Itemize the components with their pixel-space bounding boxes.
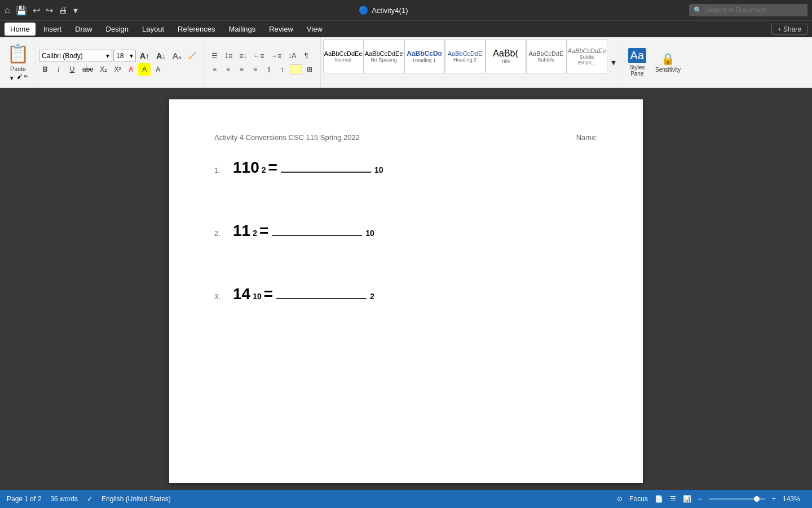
menu-mailings[interactable]: Mailings [223, 23, 262, 36]
align-right[interactable]: ≡ [236, 63, 248, 76]
zoom-in-button[interactable]: + [772, 495, 776, 503]
highlight-color-button[interactable]: A [138, 63, 151, 76]
bullets-button[interactable]: ☰ [209, 50, 221, 62]
font-name-selector[interactable]: Calibri (Body) ▾ [39, 50, 112, 62]
q1-content: 1102 = 10 [233, 159, 383, 177]
superscript-button[interactable]: X² [111, 63, 123, 76]
q3-equals: = [264, 285, 273, 303]
sort-button[interactable]: ↕A [285, 50, 299, 62]
undo-icon[interactable]: ↩ [33, 5, 40, 16]
italic-button[interactable]: I [52, 63, 65, 76]
q3-content: 1410 = 2 [233, 285, 374, 303]
align-center[interactable]: ≡ [222, 63, 235, 76]
font-size-dropdown-icon[interactable]: ▾ [130, 52, 133, 60]
columns[interactable]: ⫿ [263, 63, 275, 76]
focus-label[interactable]: Focus [629, 495, 648, 503]
align-left[interactable]: ≡ [209, 63, 221, 76]
status-bar: Page 1 of 2 36 words ✓ English (United S… [0, 490, 812, 508]
paste-icon: 📋 [7, 43, 29, 64]
paste-group[interactable]: 📋 Paste ▾ 🖌 ✏ [2, 37, 34, 88]
multilevel-list[interactable]: ≡↕ [236, 50, 249, 62]
subscript-button[interactable]: X₂ [97, 63, 110, 76]
line-spacing[interactable]: ↕ [276, 63, 289, 76]
view-mode-icon1[interactable]: 📄 [655, 495, 663, 503]
doc-header-left: Activity 4 Conversions CSC 115 Spring 20… [214, 133, 360, 142]
share-button[interactable]: + Share [771, 24, 807, 35]
window-controls[interactable]: ⌂ 💾 ↩ ↪ 🖨 ▾ [5, 5, 78, 16]
view-mode-icon2[interactable]: ☰ [670, 495, 676, 503]
menu-draw[interactable]: Draw [69, 23, 98, 36]
title-bar: ⌂ 💾 ↩ ↪ 🖨 ▾ 🔵Activity4(1) 🔍 [0, 0, 812, 20]
clear-formatting[interactable]: 🧹 [185, 50, 199, 62]
justify[interactable]: ≡ [249, 63, 262, 76]
zoom-slider[interactable] [709, 498, 765, 500]
statusbar-right: ⊙ Focus 📄 ☰ 📊 − + 143% [617, 495, 805, 503]
menu-design[interactable]: Design [100, 23, 134, 36]
menu-bar: Home Insert Draw Design Layout Reference… [0, 20, 812, 37]
style-heading1[interactable]: AaBbCcDo Heading 1 [404, 40, 445, 73]
style-subtitle[interactable]: AaBbCcDdE Subtitle [526, 40, 567, 73]
q3-answer-line[interactable] [276, 298, 367, 299]
q1-main: 110 [233, 159, 259, 177]
q2-number: 2. [214, 229, 228, 238]
style-subtle-emph[interactable]: AaBbCcDdEe Subtle Emph... [567, 40, 607, 73]
search-box[interactable]: 🔍 [689, 4, 807, 16]
font-color-button[interactable]: A [125, 63, 137, 76]
numbering-button[interactable]: 1≡ [222, 50, 236, 62]
styles-more-button[interactable]: ▾ [607, 56, 620, 69]
menu-review[interactable]: Review [263, 23, 299, 36]
focus-icon: ⊙ [617, 495, 623, 503]
q2-sub-before: 2 [253, 229, 257, 238]
zoom-thumb [754, 496, 760, 502]
q3-main: 14 [233, 285, 250, 303]
menu-references[interactable]: References [172, 23, 220, 36]
bold-button[interactable]: B [39, 63, 51, 76]
style-heading2[interactable]: AaBbCcDdE Heading 2 [445, 40, 486, 73]
menu-view[interactable]: View [301, 23, 328, 36]
style-normal[interactable]: AaBbCcDdEe Normal [323, 40, 364, 73]
q3-sub-before: 10 [253, 292, 262, 301]
question-3: 3. 1410 = 2 [214, 285, 598, 303]
q2-answer-line[interactable] [272, 235, 362, 236]
font-dropdown-icon[interactable]: ▾ [106, 52, 109, 60]
menu-home[interactable]: Home [5, 23, 36, 36]
decrease-font-size[interactable]: A↓ [153, 50, 169, 62]
sensitivity-button[interactable]: 🔒 Sensitivity [652, 50, 684, 75]
borders[interactable]: ⊞ [303, 63, 316, 76]
print-icon[interactable]: 🖨 [59, 5, 68, 15]
page-area[interactable]: Activity 4 Conversions CSC 115 Spring 20… [0, 88, 812, 490]
format-painter[interactable]: 🖌 [17, 73, 23, 83]
view-mode-icon3[interactable]: 📊 [683, 495, 691, 503]
save-icon[interactable]: 💾 [16, 5, 27, 16]
increase-indent[interactable]: →≡ [268, 50, 284, 62]
q3-sub-after: 2 [370, 292, 374, 301]
language: English (United States) [102, 495, 171, 503]
show-formatting[interactable]: ¶ [300, 50, 312, 62]
q1-answer-line[interactable] [281, 172, 371, 173]
q1-sub-after: 10 [374, 165, 383, 174]
decrease-indent[interactable]: ←≡ [250, 50, 267, 62]
strikethrough-button[interactable]: abc [80, 63, 96, 76]
zoom-out-button[interactable]: − [698, 495, 702, 503]
styles-pane-button[interactable]: Aa StylesPane [625, 46, 650, 79]
paragraph-group: ☰ 1≡ ≡↕ ←≡ →≡ ↕A ¶ ≡ ≡ ≡ ≡ ⫿ ↕ ⊞ [204, 37, 321, 87]
font-size-selector[interactable]: 18 ▾ [113, 50, 136, 62]
home-icon[interactable]: ⌂ [5, 5, 10, 15]
increase-font-size[interactable]: A↑ [137, 50, 152, 62]
paste-label: Paste [10, 65, 26, 72]
menu-layout[interactable]: Layout [136, 23, 170, 36]
menu-insert[interactable]: Insert [38, 23, 68, 36]
search-input[interactable] [705, 6, 801, 14]
format-painter-2[interactable]: ✏ [24, 73, 28, 83]
quick-access-dropdown[interactable]: ▾ [73, 5, 78, 16]
text-effects[interactable]: A [152, 63, 164, 76]
q2-equals: = [259, 222, 268, 240]
paste-dropdown[interactable]: ▾ [8, 73, 16, 83]
shading[interactable] [290, 64, 302, 75]
change-case[interactable]: Aₐ [170, 50, 183, 62]
redo-icon[interactable]: ↪ [46, 5, 53, 16]
underline-button[interactable]: U [66, 63, 78, 76]
style-title[interactable]: AaBb( Title [486, 40, 526, 73]
style-no-spacing[interactable]: AaBbCcDdEe No Spacing [364, 40, 404, 73]
q2-sub-after: 10 [365, 229, 374, 238]
